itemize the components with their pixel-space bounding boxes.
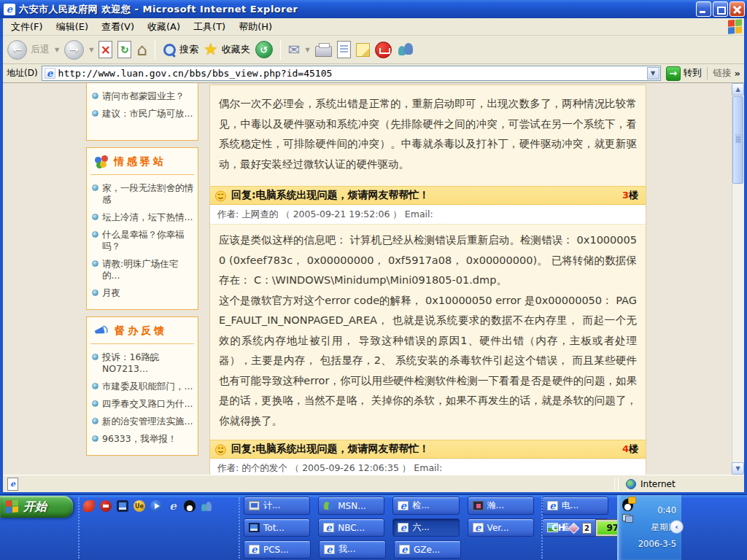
ultraedit-icon[interactable] — [133, 500, 145, 512]
task-label: 我... — [338, 543, 355, 556]
forward-dropdown-icon[interactable]: ▼ — [89, 47, 93, 53]
address-input[interactable]: e http://www.luan.gov.cn/bbs/bbs_view.ph… — [42, 66, 661, 81]
address-url[interactable]: http://www.luan.gov.cn/bbs/bbs_view.php?… — [58, 68, 333, 79]
sidebar-link-label[interactable]: 请教:明珠广场住宅的... — [102, 258, 194, 281]
search-button-icon[interactable] — [163, 43, 176, 56]
sidebar-link[interactable]: 什么是幸福？你幸福吗？ — [90, 226, 194, 255]
sidebar-link[interactable]: 月夜 — [90, 284, 194, 302]
task-button[interactable]: NBC... — [318, 518, 384, 537]
refresh-button-icon[interactable] — [117, 41, 131, 58]
go-button[interactable]: 转到 — [666, 66, 702, 81]
vertical-scrollbar[interactable] — [732, 83, 744, 475]
go-label[interactable]: 转到 — [684, 67, 702, 79]
sidebar-link-label[interactable]: 什么是幸福？你幸福吗？ — [102, 229, 194, 252]
stop-button-icon[interactable] — [98, 41, 112, 58]
home-button-icon[interactable] — [136, 42, 147, 58]
sidebar-link-label[interactable]: 请问市都蒙园业主？ — [102, 90, 185, 102]
msn-icon — [323, 501, 334, 510]
mail-dropdown-icon[interactable]: ▼ — [305, 47, 309, 53]
start-button[interactable]: 开始 — [0, 496, 73, 518]
menu-favorites[interactable]: 收藏(A) — [141, 18, 187, 36]
close-button[interactable] — [729, 1, 745, 17]
minimize-button[interactable] — [696, 1, 711, 17]
forward-button-icon[interactable] — [64, 40, 84, 60]
back-label[interactable]: 后退 — [31, 43, 50, 56]
task-button[interactable]: GZe... — [394, 540, 461, 559]
address-dropdown-icon[interactable]: ▼ — [647, 67, 659, 79]
task-button-active[interactable]: 六... — [392, 518, 459, 537]
scroll-up-icon[interactable] — [732, 83, 744, 96]
messenger-button-icon[interactable] — [397, 42, 414, 58]
reply-author-line: 作者: 的个的发个 （ 2005-09-26 12:06:35 ） Email: — [210, 459, 646, 475]
flashget-icon[interactable] — [83, 500, 95, 512]
sidebar-link-label[interactable]: 月夜 — [102, 287, 120, 299]
messenger-icon[interactable] — [201, 500, 212, 512]
sidebar-link-label[interactable]: 投诉：16路皖NO7213... — [102, 351, 194, 375]
start-label[interactable]: 开始 — [23, 499, 47, 515]
sidebar-link-label[interactable]: 家，一段无法割舍的情感 — [102, 182, 194, 206]
links-label[interactable]: 链接 — [713, 67, 732, 79]
menu-edit[interactable]: 编辑(E) — [50, 18, 95, 36]
back-button-icon[interactable] — [7, 40, 27, 60]
task-button[interactable]: MSN... — [318, 497, 384, 515]
sidebar-link[interactable]: 市建委及职能部门，... — [90, 378, 194, 395]
sidebar-link[interactable]: 请教:明珠广场住宅的... — [90, 255, 194, 284]
language-indicator[interactable]: CH — [551, 523, 565, 533]
qq-icon[interactable] — [184, 500, 196, 512]
task-button[interactable]: 我... — [319, 540, 386, 559]
menu-view[interactable]: 查看(V) — [95, 18, 141, 36]
section-header: 情感驿站 — [90, 151, 194, 175]
download-manager-icon[interactable] — [100, 500, 112, 512]
sidebar-link[interactable]: 建议：市民广场可放... — [90, 105, 194, 122]
sidebar-link[interactable]: 坛上冷清，坛下热情... — [90, 209, 194, 226]
qq-lock-icon[interactable] — [622, 499, 633, 511]
sidebar-link-label[interactable]: 坛上冷清，坛下热情... — [102, 211, 193, 223]
sidebar-link-label[interactable]: 市建委及职能部门，... — [102, 381, 193, 392]
search-label[interactable]: 搜索 — [179, 43, 198, 56]
favorites-button-icon[interactable] — [204, 42, 218, 58]
history-button-icon[interactable] — [255, 41, 273, 58]
download-tool-icon[interactable] — [375, 42, 392, 58]
sidebar-link-label[interactable]: 新的治安管理法实施... — [102, 416, 193, 427]
sidebar-link[interactable]: 投诉：16路皖NO7213... — [90, 349, 194, 378]
back-dropdown-icon[interactable]: ▼ — [55, 47, 59, 53]
scroll-down-icon[interactable] — [732, 462, 744, 475]
tray-app-icon[interactable]: 2 — [582, 523, 592, 534]
links-chevron[interactable]: » — [735, 68, 740, 79]
favorites-label[interactable]: 收藏夹 — [222, 43, 250, 56]
task-button[interactable]: 瀚... — [468, 497, 534, 515]
task-button[interactable]: 计... — [244, 497, 310, 515]
page-status-icon — [7, 478, 18, 491]
network-icon[interactable] — [622, 514, 633, 523]
sidebar-link[interactable]: 96333，我举报！ — [90, 430, 194, 448]
links-section[interactable]: 链接 » — [707, 67, 740, 79]
task-button[interactable]: 检... — [392, 497, 459, 515]
task-button[interactable]: PCS... — [244, 540, 311, 559]
mail-button-icon[interactable] — [288, 42, 301, 57]
task-button[interactable]: Tot... — [244, 518, 310, 537]
menu-help[interactable]: 帮助(H) — [232, 18, 279, 36]
media-player-icon[interactable] — [150, 500, 162, 512]
sidebar-link-label[interactable]: 建议：市民广场可放... — [102, 108, 193, 120]
sidebar-link[interactable]: 家，一段无法割舍的情感 — [90, 179, 194, 209]
task-button[interactable]: Ver... — [468, 518, 534, 537]
sidebar-link-label[interactable]: 四季春交叉路口为什... — [102, 398, 193, 410]
reply-paragraph: 应该是类似这样的信息吧： 计算机已经从检测错误后重新启动。检测错误： 0x100… — [219, 230, 637, 291]
edit-button-icon[interactable] — [337, 41, 351, 58]
sidebar-link-label[interactable]: 96333，我举报！ — [102, 433, 177, 445]
restore-button[interactable] — [713, 1, 728, 17]
sidebar-link[interactable]: 新的治安管理法实施... — [90, 413, 194, 430]
print-button-icon[interactable] — [315, 46, 332, 57]
ime-icon[interactable] — [568, 522, 580, 534]
sidebar-link[interactable]: 请问市都蒙园业主？ — [90, 88, 194, 105]
tray-collapse-icon[interactable] — [670, 520, 684, 534]
notes-button-icon[interactable] — [356, 43, 370, 57]
scrollbar-thumb[interactable] — [732, 96, 743, 184]
sidebar-link[interactable]: 四季春交叉路口为什... — [90, 395, 194, 413]
bullet-icon — [92, 110, 98, 117]
internet-explorer-icon[interactable] — [167, 500, 179, 512]
menu-file[interactable]: 文件(F) — [4, 18, 50, 36]
menu-tools[interactable]: 工具(T) — [187, 18, 232, 36]
file-manager-icon[interactable] — [117, 500, 128, 512]
go-arrow-icon[interactable] — [666, 66, 681, 81]
